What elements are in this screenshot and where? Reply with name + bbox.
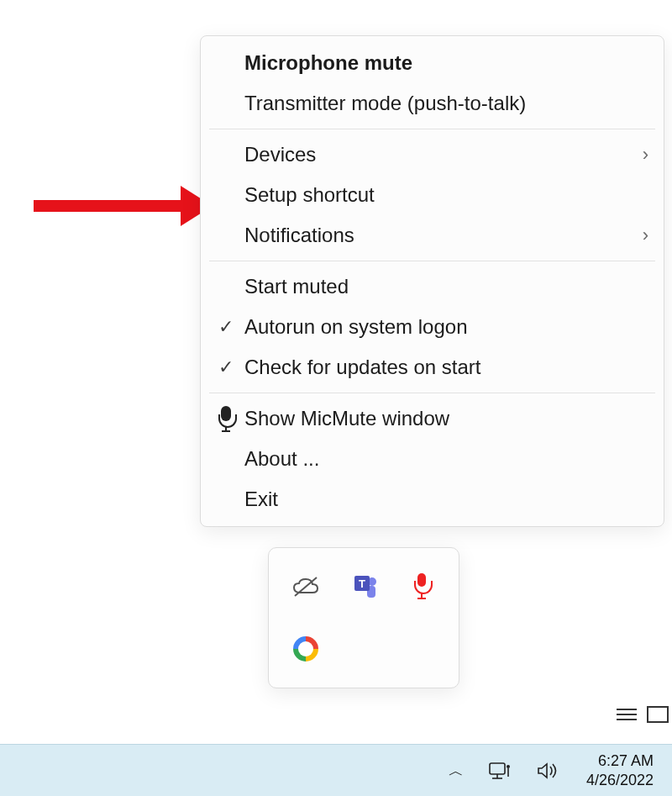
taskbar: ︿ 6:27 AM 4/26/2022 (0, 744, 672, 796)
menu-item-autorun[interactable]: ✓ Autorun on system logon (201, 307, 664, 347)
teams-icon[interactable]: T (349, 572, 378, 601)
chevron-up-icon: ︿ (449, 761, 464, 781)
menu-item-microphone-mute[interactable]: Microphone mute (201, 43, 664, 83)
micmute-tray-icon[interactable] (407, 572, 436, 601)
taskbar-clock[interactable]: 6:27 AM 4/26/2022 (575, 751, 665, 789)
menu-separator (209, 261, 655, 261)
list-view-icon[interactable] (615, 706, 638, 723)
menu-item-label: Autorun on system logon (244, 315, 648, 339)
frame-edge-icons (615, 706, 669, 723)
menu-item-label: Start muted (244, 275, 648, 298)
menu-item-label: Devices (244, 143, 643, 166)
clock-time: 6:27 AM (586, 751, 654, 771)
arrow-shaft (34, 200, 181, 212)
menu-item-label: Show MicMute window (244, 407, 648, 430)
svg-point-4 (507, 765, 510, 768)
menu-item-label: Microphone mute (244, 51, 648, 75)
chrome-icon[interactable] (291, 635, 320, 663)
menu-item-transmitter-mode[interactable]: Transmitter mode (push-to-talk) (201, 83, 664, 124)
check-icon: ✓ (207, 316, 244, 338)
clock-date: 4/26/2022 (586, 771, 654, 790)
menu-item-label: Setup shortcut (244, 183, 648, 207)
annotation-arrow (34, 189, 218, 223)
menu-item-label: Notifications (244, 224, 643, 247)
tray-overflow-button[interactable]: ︿ (440, 756, 472, 786)
menu-item-check-updates[interactable]: ✓ Check for updates on start (201, 347, 664, 387)
menu-item-setup-shortcut[interactable]: Setup shortcut (201, 175, 664, 215)
chevron-right-icon: › (643, 224, 648, 246)
window-view-icon[interactable] (647, 706, 669, 723)
menu-item-devices[interactable]: Devices › (201, 134, 664, 175)
menu-separator (209, 129, 655, 129)
menu-item-exit[interactable]: Exit (201, 479, 664, 519)
chevron-right-icon: › (643, 144, 648, 166)
menu-item-label: About ... (244, 447, 648, 471)
menu-item-label: Check for updates on start (244, 356, 648, 379)
tray-empty-slot (407, 635, 436, 663)
tray-empty-slot (349, 635, 378, 663)
menu-separator (209, 393, 655, 393)
menu-item-show-window[interactable]: Show MicMute window (201, 398, 664, 439)
microphone-icon (207, 406, 244, 431)
menu-item-start-muted[interactable]: Start muted (201, 266, 664, 307)
menu-item-notifications[interactable]: Notifications › (201, 215, 664, 256)
menu-item-label: Exit (244, 488, 648, 511)
network-icon[interactable] (479, 755, 521, 787)
menu-item-about[interactable]: About ... (201, 439, 664, 479)
volume-icon[interactable] (528, 756, 568, 786)
onedrive-offline-icon[interactable] (291, 572, 320, 601)
menu-item-label: Transmitter mode (push-to-talk) (244, 92, 648, 115)
check-icon: ✓ (207, 356, 244, 378)
svg-rect-1 (490, 763, 505, 774)
micmute-context-menu: Microphone mute Transmitter mode (push-t… (200, 35, 664, 527)
tray-overflow-flyout: T (268, 547, 459, 688)
